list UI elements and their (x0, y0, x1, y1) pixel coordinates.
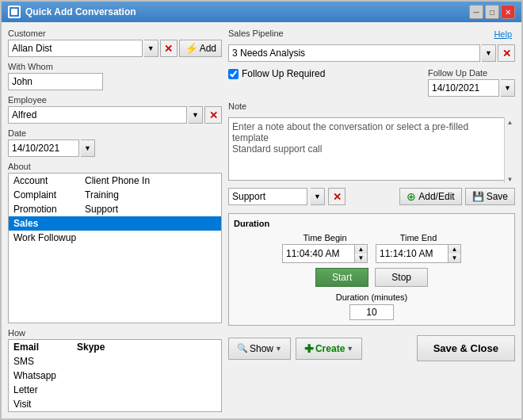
add-edit-icon: ⊕ (407, 190, 416, 203)
duration-fields: Time Begin ▲ ▼ Time End (234, 233, 510, 263)
start-button[interactable]: Start (315, 268, 368, 287)
customer-input[interactable] (8, 40, 143, 57)
bottom-left-buttons: 🔍 Show ▼ ✚ Create ▼ (228, 338, 362, 360)
how-item[interactable]: SMS (9, 354, 221, 368)
date-combo-arrow[interactable]: ▼ (81, 139, 95, 157)
with-whom-section: With Whom (8, 62, 222, 90)
show-dropdown-arrow: ▼ (275, 345, 282, 353)
time-end-label: Time End (400, 233, 437, 242)
svg-rect-1 (11, 9, 17, 15)
maximize-button[interactable]: □ (485, 5, 499, 19)
note-label: Note (228, 101, 515, 111)
list-item[interactable]: Work Followup (9, 231, 221, 245)
follow-up-required-label: Follow Up Required (242, 68, 325, 79)
date-input[interactable] (8, 139, 79, 157)
show-button[interactable]: 🔍 Show ▼ (228, 338, 291, 360)
time-end-input[interactable] (376, 245, 448, 262)
close-button[interactable]: ✕ (501, 5, 515, 19)
duration-minutes-section: Duration (minutes) 10 (234, 292, 510, 320)
how-item[interactable]: EmailSkype (9, 340, 221, 354)
time-end-spin: ▲ ▼ (448, 245, 460, 262)
save-note-button[interactable]: 💾 Save (465, 188, 515, 205)
note-combo-input[interactable] (228, 188, 307, 205)
how-item[interactable]: Letter (9, 383, 221, 397)
customer-label: Customer (8, 29, 222, 38)
note-clear-button[interactable]: ✕ (328, 188, 345, 205)
employee-input[interactable] (8, 106, 187, 124)
help-link[interactable]: Help (494, 29, 512, 39)
follow-up-date-label: Follow Up Date (428, 68, 515, 78)
sales-pipeline-combo-arrow[interactable]: ▼ (482, 44, 496, 62)
sales-pipeline-input[interactable] (228, 44, 480, 62)
time-end-up[interactable]: ▲ (448, 245, 460, 254)
sales-pipeline-clear-button[interactable]: ✕ (498, 44, 515, 62)
with-whom-input[interactable] (8, 73, 103, 90)
time-begin-input[interactable] (283, 245, 354, 262)
right-panel: Sales Pipeline Help ▼ ✕ Follow Up Requir… (228, 29, 515, 412)
employee-combo-arrow[interactable]: ▼ (189, 106, 203, 124)
follow-up-required-checkbox[interactable] (228, 69, 239, 79)
top-right-row: Sales Pipeline Help (228, 29, 515, 40)
employee-label: Employee (8, 95, 222, 105)
quick-add-conversation-window: Quick Add Conversation ─ □ ✕ Customer ▼ … (0, 0, 523, 420)
how-section: How EmailSkype SMS Whatsapp Letter Visit (8, 328, 222, 412)
left-panel: Customer ▼ ✕ ⚡ Add With Whom Employe (8, 29, 222, 412)
time-end-wrap: ▲ ▼ (376, 244, 461, 263)
time-begin-up[interactable]: ▲ (354, 245, 367, 254)
time-begin-label: Time Begin (303, 233, 346, 242)
customer-combo-arrow[interactable]: ▼ (144, 40, 158, 57)
note-actions-row: ▼ ✕ ⊕ Add/Edit 💾 Save (228, 188, 515, 205)
follow-up-date-combo-arrow[interactable]: ▼ (501, 79, 515, 97)
date-label: Date (8, 128, 222, 138)
customer-row: ▼ ✕ ⚡ Add (8, 40, 222, 57)
note-textarea[interactable]: Enter a note about the conversation or s… (228, 117, 515, 181)
duration-actions: Start Stop (234, 268, 510, 287)
sales-pipeline-label: Sales Pipeline (228, 29, 284, 38)
how-list[interactable]: EmailSkype SMS Whatsapp Letter Visit (8, 339, 222, 412)
list-item[interactable]: ComplaintTraining (9, 188, 221, 202)
create-dropdown-arrow: ▼ (346, 345, 353, 353)
date-section: Date ▼ (8, 128, 222, 157)
create-label: Create (315, 343, 345, 354)
list-item[interactable]: AccountClient Phone In (9, 174, 221, 188)
time-begin-spin: ▲ ▼ (354, 245, 367, 262)
bottom-actions: 🔍 Show ▼ ✚ Create ▼ Save & Close (228, 335, 515, 361)
employee-row: ▼ ✕ (8, 106, 222, 124)
sales-pipeline-row: ▼ ✕ (228, 44, 515, 62)
follow-up-required-group: Follow Up Required (228, 68, 325, 79)
time-end-down[interactable]: ▼ (448, 254, 460, 262)
window-title: Quick Add Conversation (25, 6, 136, 17)
how-item[interactable]: Visit (9, 397, 221, 411)
add-edit-button[interactable]: ⊕ Add/Edit (399, 188, 461, 205)
about-list[interactable]: AccountClient Phone In ComplaintTraining… (8, 173, 222, 323)
duration-minutes-label: Duration (minutes) (336, 292, 407, 302)
note-scrollbar[interactable]: ▲ ▼ (504, 117, 515, 183)
save-close-button[interactable]: Save & Close (417, 335, 515, 361)
list-item[interactable]: PromotionSupport (9, 202, 221, 216)
follow-up-date-row: ▼ (428, 79, 515, 97)
window-icon (8, 6, 21, 18)
add-button[interactable]: ⚡ Add (179, 40, 222, 57)
follow-up-date-input[interactable] (428, 79, 499, 97)
lightning-icon: ⚡ (185, 42, 198, 55)
time-begin-wrap: ▲ ▼ (282, 244, 368, 263)
how-item[interactable]: Whatsapp (9, 368, 221, 383)
with-whom-label: With Whom (8, 62, 222, 71)
duration-box: Duration Time Begin ▲ ▼ Time En (228, 213, 515, 326)
time-begin-down[interactable]: ▼ (354, 254, 367, 262)
show-label: Show (250, 343, 273, 354)
create-button[interactable]: ✚ Create ▼ (296, 338, 362, 360)
main-content: Customer ▼ ✕ ⚡ Add With Whom Employe (2, 22, 521, 418)
list-item[interactable]: Sales (9, 216, 221, 231)
duration-title: Duration (234, 219, 510, 228)
create-plus-icon: ✚ (304, 342, 314, 355)
employee-clear-button[interactable]: ✕ (204, 106, 222, 124)
minimize-button[interactable]: ─ (469, 5, 483, 19)
about-label: About (8, 162, 222, 171)
save-icon: 💾 (472, 191, 484, 202)
customer-clear-button[interactable]: ✕ (160, 40, 178, 57)
titlebar: Quick Add Conversation ─ □ ✕ (2, 2, 521, 22)
note-combo-arrow[interactable]: ▼ (311, 188, 325, 205)
time-end-field: Time End ▲ ▼ (376, 233, 461, 263)
stop-button[interactable]: Stop (375, 268, 428, 287)
